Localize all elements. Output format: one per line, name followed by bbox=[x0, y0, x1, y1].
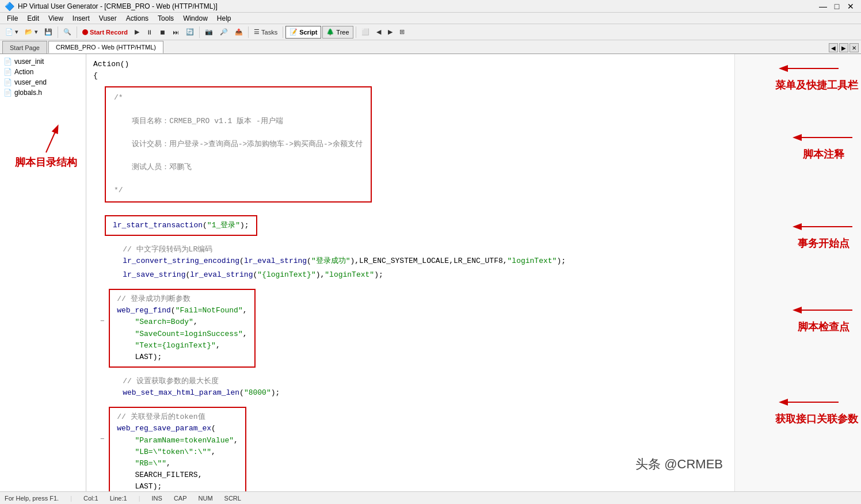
tree-item-label: vuser_init bbox=[14, 58, 44, 66]
comment-tester: 测试人员：邓鹏飞 bbox=[114, 162, 363, 173]
toolbar: 📄▾ 📂▾ 💾 🔍 Start Record ▶ ⏸ ⏹ ⏭ 🔄 📷 🔎 📤 ☰… bbox=[0, 24, 861, 40]
checkpoint-p2: "SaveCount=loginSuccess", bbox=[117, 329, 247, 340]
stop-icon: ⏹ bbox=[159, 29, 166, 36]
ann-checkpoint: 脚本检查点 bbox=[789, 301, 858, 334]
tasks-label: Tasks bbox=[261, 29, 277, 36]
minimize-button[interactable]: — bbox=[817, 2, 829, 11]
checkpoint-comment: // 登录成功判断参数 bbox=[117, 293, 247, 305]
ann-transaction: 事务开始点 bbox=[789, 218, 858, 250]
record-label: Start Record bbox=[90, 29, 128, 36]
checkpoint-p1: "Search=Body", bbox=[117, 316, 247, 328]
maxlen-comment: // 设置获取参数的最大长度 bbox=[93, 376, 727, 387]
tree-item-label: globals.h bbox=[14, 89, 42, 97]
ann-menu-label: 菜单及快捷工具栏 bbox=[775, 79, 858, 91]
tab-start-page[interactable]: Start Page bbox=[2, 41, 47, 54]
save-icon: 💾 bbox=[44, 28, 52, 36]
file-icon: 📄 bbox=[3, 68, 12, 76]
file-icon: 📄 bbox=[3, 58, 12, 66]
open-icon: 📂 bbox=[25, 28, 33, 36]
tab-crmeb[interactable]: CRMEB_PRO - Web (HTTP/HTML) bbox=[48, 41, 163, 54]
token-p4: SEARCH_FILTERS, bbox=[117, 469, 238, 481]
tasks-icon: ☰ bbox=[254, 28, 260, 36]
app-icon: 🔷 bbox=[5, 2, 14, 11]
token-block: // 关联登录后的token值 web_reg_save_param_ex( "… bbox=[109, 407, 246, 491]
menu-insert[interactable]: Insert bbox=[68, 13, 94, 24]
main-content: 📄 vuser_init 📄 Action 📄 vuser_end 📄 glob… bbox=[0, 54, 861, 491]
find-button[interactable]: 🔍 bbox=[60, 26, 74, 39]
menu-edit[interactable]: Edit bbox=[22, 13, 44, 24]
zoom-button[interactable]: 🔎 bbox=[217, 26, 231, 39]
tree-toggle[interactable]: 🌲 Tree bbox=[322, 26, 353, 39]
menu-actions[interactable]: Actions bbox=[121, 13, 153, 24]
tree-item-vuser-init[interactable]: 📄 vuser_init bbox=[1, 56, 85, 67]
step-button[interactable]: ⏭ bbox=[170, 26, 182, 39]
nav-fwd-button[interactable]: ▶ bbox=[385, 26, 395, 39]
play-icon: ▶ bbox=[135, 28, 139, 36]
tree-item-vuser-end[interactable]: 📄 vuser_end bbox=[1, 77, 85, 87]
nav-back-icon: ◀ bbox=[376, 28, 381, 36]
menu-help[interactable]: Help bbox=[212, 13, 236, 24]
start-record-button[interactable]: Start Record bbox=[79, 26, 131, 39]
tree-item-action[interactable]: 📄 Action bbox=[1, 67, 85, 77]
tab-close-button[interactable]: ✕ bbox=[849, 43, 859, 52]
ann-comment-label: 脚本注释 bbox=[803, 148, 844, 160]
menu-vuser[interactable]: Vuser bbox=[94, 13, 121, 24]
tab-right-button[interactable]: ▶ bbox=[839, 43, 848, 52]
tree-item-label: vuser_end bbox=[14, 78, 47, 86]
separator-1 bbox=[58, 26, 58, 38]
refresh-button[interactable]: 🔄 bbox=[183, 26, 197, 39]
new-button[interactable]: 📄▾ bbox=[2, 26, 21, 39]
comment-design: 设计交易：用户登录->查询商品->添加购物车->购买商品->余额支付 bbox=[114, 139, 363, 150]
layout-button[interactable]: ⬜ bbox=[359, 26, 372, 39]
code-line-brace: { bbox=[93, 70, 727, 82]
watermark: 头条 @CRMEB bbox=[635, 454, 723, 474]
nav-fwd-icon: ▶ bbox=[388, 28, 393, 36]
token-p2: "LB=\"token\":\"", bbox=[117, 446, 238, 458]
grid-icon: ⊞ bbox=[399, 28, 405, 36]
record-dot-icon bbox=[82, 29, 88, 35]
step-icon: ⏭ bbox=[173, 29, 179, 36]
open-button[interactable]: 📂▾ bbox=[22, 26, 41, 39]
menu-view[interactable]: View bbox=[44, 13, 68, 24]
maximize-button[interactable]: □ bbox=[831, 2, 843, 11]
separator-2 bbox=[77, 26, 77, 38]
scrl-indicator: SCRL bbox=[224, 495, 241, 502]
upload-button[interactable]: 📤 bbox=[232, 26, 246, 39]
convert-comment: // 中文字段转码为LR编码 bbox=[93, 244, 727, 255]
refresh-icon: 🔄 bbox=[186, 28, 194, 36]
menu-window[interactable]: Window bbox=[178, 13, 212, 24]
title-bar: 🔷 HP Virtual User Generator - [CRMEB_PRO… bbox=[0, 0, 861, 13]
snapshot-button[interactable]: 📷 bbox=[202, 26, 216, 39]
checkpoint-last: LAST); bbox=[117, 352, 247, 363]
tree-item-globals[interactable]: 📄 globals.h bbox=[1, 87, 85, 98]
tab-left-button[interactable]: ◀ bbox=[829, 43, 838, 52]
code-editor[interactable]: Action() { /* 项目名称：CRMEB_PRO v1.1 版本 -用户… bbox=[86, 54, 734, 491]
layout-icon: ⬜ bbox=[361, 28, 369, 36]
tree-icon: 🌲 bbox=[326, 28, 334, 36]
close-button[interactable]: ✕ bbox=[845, 2, 856, 11]
menu-tools[interactable]: Tools bbox=[153, 13, 178, 24]
ann-transaction-label: 事务开始点 bbox=[798, 238, 849, 249]
comment-block: /* 项目名称：CRMEB_PRO v1.1 版本 -用户端 设计交易：用户登录… bbox=[105, 86, 372, 202]
grid-button[interactable]: ⊞ bbox=[397, 26, 407, 39]
token-p1: "ParamName=tokenValue", bbox=[117, 435, 238, 446]
ann-menu-toolbar: 菜单及快捷工具栏 bbox=[775, 60, 858, 92]
stop-button[interactable]: ⏹ bbox=[157, 26, 169, 39]
status-bar: For Help, press F1. | Col:1 Line:1 | INS… bbox=[0, 491, 861, 504]
menu-file[interactable]: File bbox=[2, 13, 22, 24]
pause-button[interactable]: ⏸ bbox=[143, 26, 155, 39]
cap-indicator: CAP bbox=[174, 495, 187, 502]
separator-6 bbox=[356, 26, 356, 38]
annotation-panel: 菜单及快捷工具栏 脚本注释 事务开始点 bbox=[734, 54, 861, 491]
menu-bar: File Edit View Insert Vuser Actions Tool… bbox=[0, 13, 861, 24]
maxlen-line: web_set_max_html_param_len("8000"); bbox=[93, 387, 727, 399]
script-toggle[interactable]: 📝 Script bbox=[285, 26, 321, 39]
ins-indicator: INS bbox=[152, 495, 162, 502]
play-button[interactable]: ▶ bbox=[132, 26, 142, 39]
save-button[interactable]: 💾 bbox=[41, 26, 55, 39]
tasks-button[interactable]: ☰ Tasks bbox=[251, 26, 280, 39]
script-label: Script bbox=[299, 29, 317, 36]
tab-bar: Start Page CRMEB_PRO - Web (HTTP/HTML) ◀… bbox=[0, 40, 861, 54]
transaction-line: lr_start_transaction("1_登录"); bbox=[113, 220, 249, 231]
nav-back-button[interactable]: ◀ bbox=[374, 26, 384, 39]
